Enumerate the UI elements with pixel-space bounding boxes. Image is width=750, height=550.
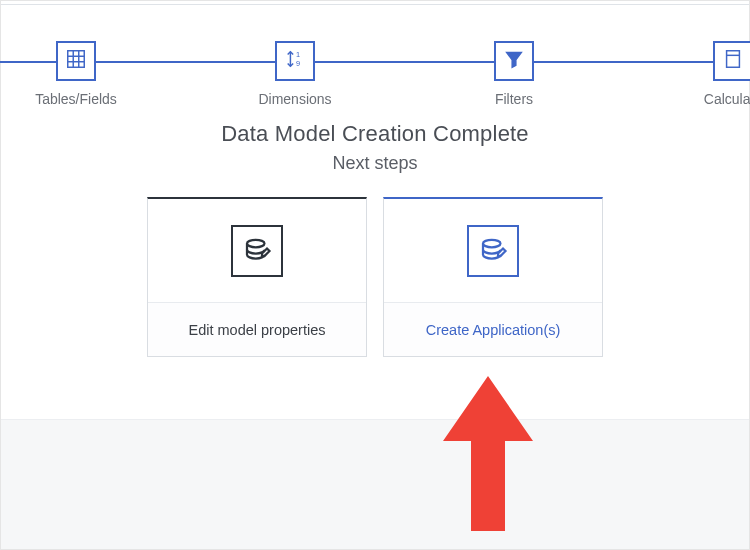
step-label: Tables/Fields (6, 91, 146, 107)
dimensions-icon: 19 (284, 48, 306, 74)
svg-point-16 (483, 239, 501, 247)
svg-marker-8 (507, 53, 522, 68)
grid-icon (65, 48, 87, 74)
step-label: Filters (444, 91, 584, 107)
page-subtitle: Next steps (1, 153, 749, 174)
svg-text:1: 1 (296, 50, 300, 59)
stepper-track (0, 61, 750, 63)
top-divider (1, 1, 749, 5)
database-edit-icon (467, 225, 519, 277)
step-tables-fields[interactable] (56, 41, 96, 81)
wizard-page: Tables/Fields 19 Dimensions Filters Calc… (0, 0, 750, 550)
card-label: Create Application(s) (384, 302, 602, 356)
svg-rect-9 (727, 51, 740, 68)
card-label: Edit model properties (148, 302, 366, 356)
wizard-stepper: Tables/Fields 19 Dimensions Filters Calc… (0, 23, 750, 103)
step-label: Dimensions (225, 91, 365, 107)
svg-text:9: 9 (296, 59, 300, 68)
next-step-cards: Edit model properties Create Application… (147, 197, 603, 357)
database-edit-icon (231, 225, 283, 277)
page-title: Data Model Creation Complete (1, 121, 749, 147)
edit-model-properties-card[interactable]: Edit model properties (147, 197, 367, 357)
step-label: Calculate (663, 91, 750, 107)
card-icon-zone (384, 199, 602, 302)
step-calculate[interactable] (713, 41, 750, 81)
calc-icon (722, 48, 744, 74)
svg-point-15 (247, 239, 265, 247)
step-dimensions[interactable]: 19 (275, 41, 315, 81)
create-applications-card[interactable]: Create Application(s) (383, 197, 603, 357)
funnel-icon (503, 48, 525, 74)
footer-area (1, 419, 749, 549)
card-icon-zone (148, 199, 366, 302)
svg-rect-0 (68, 51, 85, 68)
step-filters[interactable] (494, 41, 534, 81)
completion-headline: Data Model Creation Complete Next steps (1, 121, 749, 174)
